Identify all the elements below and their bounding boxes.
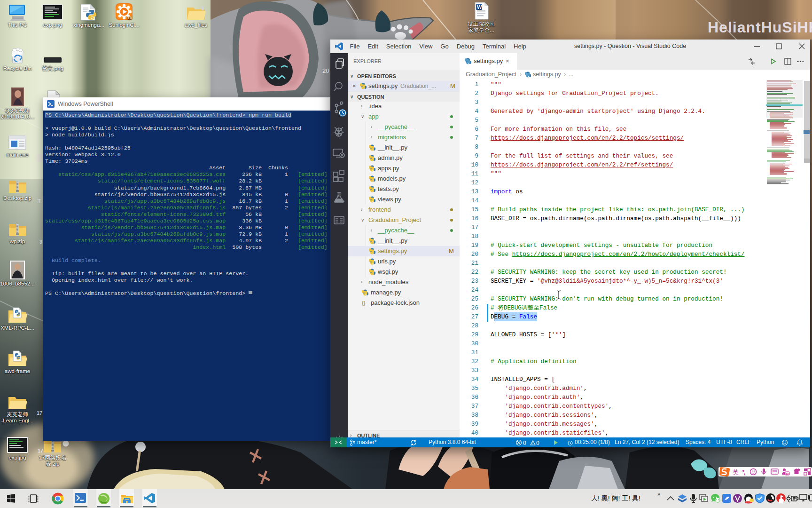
svg-text:»: » (657, 491, 660, 497)
svg-text:20: 20 (322, 67, 329, 74)
svg-text:0: 0 (523, 440, 526, 446)
svg-text:!: ! (532, 442, 533, 445)
svg-text:A: A (337, 194, 340, 198)
svg-text:40: 40 (786, 472, 789, 476)
svg-text:10: 10 (127, 16, 132, 20)
svg-text:英: 英 (733, 468, 739, 476)
svg-text:0: 0 (536, 440, 539, 446)
svg-text:大! 黑! 阔! 工! 具!: 大! 黑! 阔! 工! 具! (591, 494, 640, 502)
svg-text:3: 3 (39, 239, 42, 245)
svg-text:W: W (477, 4, 482, 10)
